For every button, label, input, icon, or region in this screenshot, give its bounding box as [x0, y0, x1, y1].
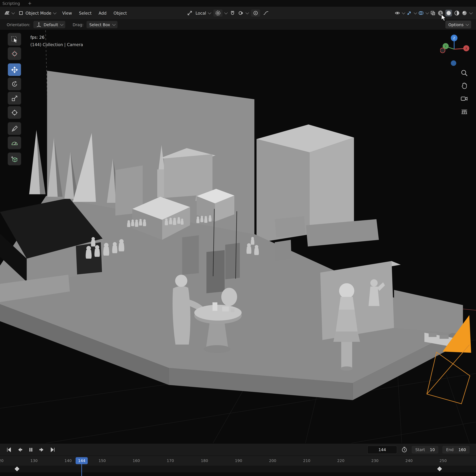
gizmo-y-label[interactable]: Y — [445, 45, 446, 48]
cursor-tool[interactable] — [8, 47, 21, 60]
gizmo-x-label[interactable]: X — [465, 47, 467, 50]
chevron-down-icon — [402, 11, 405, 14]
previous-keyframe-button[interactable] — [15, 446, 24, 454]
tick-190: 190 — [235, 459, 242, 463]
pan-hand-icon[interactable] — [460, 82, 468, 89]
end-label: End — [446, 447, 454, 452]
chevron-down-icon — [414, 11, 417, 14]
options-button[interactable]: Options — [445, 21, 471, 29]
current-frame-field[interactable]: 144 — [367, 445, 397, 454]
orientation-axes-icon — [36, 22, 42, 27]
end-frame-field[interactable]: End 160 — [442, 446, 470, 453]
measure-tool[interactable] — [8, 136, 21, 149]
jump-to-start-button[interactable] — [4, 446, 13, 454]
gizmo-z-label[interactable]: Z — [453, 36, 455, 40]
rotate-tool[interactable] — [8, 77, 21, 90]
curve-falloff-icon[interactable] — [263, 10, 269, 16]
gizmo-icon — [407, 10, 412, 16]
viewport-3d[interactable]: fps: 26 (144) Collection | Camera Z Y X — [0, 30, 476, 443]
snap-target-dropdown[interactable] — [213, 9, 227, 17]
timeline-editor: 144 Start 10 End 160 144 120130140150160… — [0, 443, 476, 476]
active-object-label: (144) Collection | Camera — [30, 41, 83, 48]
menu-add[interactable]: Add — [98, 11, 107, 16]
current-frame-badge[interactable]: 144 — [76, 457, 88, 464]
transform-orientation-dropdown[interactable]: Local — [195, 11, 210, 16]
shading-material-icon[interactable] — [454, 10, 460, 16]
jump-to-end-button[interactable] — [48, 446, 57, 454]
shading-rendered-icon[interactable] — [462, 10, 467, 16]
viewport-canvas[interactable] — [0, 30, 476, 443]
select-box-tool[interactable] — [8, 33, 21, 46]
camera-view-icon[interactable] — [460, 95, 468, 102]
overlays-icon — [418, 10, 424, 16]
timeline-footer — [0, 472, 476, 476]
xray-toggle-icon[interactable] — [430, 10, 436, 16]
tool-settings-bar: Orientation: Default Drag: Select Box Op… — [0, 19, 476, 30]
transform-tool[interactable] — [8, 106, 21, 119]
playhead-line[interactable] — [82, 464, 82, 476]
proportional-editing-dropdown[interactable] — [238, 10, 248, 16]
zoom-icon[interactable] — [460, 69, 468, 77]
viewport-stats: fps: 26 (144) Collection | Camera — [30, 34, 83, 48]
chevron-down-icon — [11, 11, 15, 14]
chevron-down-icon — [224, 11, 228, 14]
navigation-gizmo[interactable]: Z Y X — [440, 33, 469, 67]
end-value: 160 — [459, 447, 466, 452]
timeline-controls: 144 Start 10 End 160 — [0, 443, 476, 456]
orientation-dropdown[interactable]: Default — [33, 21, 65, 28]
keyframe-diamond[interactable] — [437, 466, 442, 471]
keyframe-diamond[interactable] — [15, 466, 19, 471]
annotate-tool[interactable] — [8, 122, 21, 135]
add-workspace-button[interactable]: + — [28, 1, 32, 6]
tick-180: 180 — [201, 459, 208, 463]
chevron-down-icon — [246, 11, 249, 14]
menu-select[interactable]: Select — [78, 11, 92, 16]
object-mode-icon — [18, 10, 24, 16]
toggle-perspective-icon[interactable] — [460, 107, 468, 115]
snap-magnet-icon[interactable] — [230, 10, 235, 16]
tick-250: 250 — [440, 459, 447, 463]
blender-window: Scripting + Object Mode ViewSelectAddObj… — [0, 0, 476, 476]
tick-140: 140 — [65, 459, 72, 463]
pause-button[interactable] — [26, 446, 35, 454]
timeline-ruler[interactable]: 144 120130140150160170180190200210220230… — [0, 456, 476, 466]
start-label: Start — [415, 447, 425, 452]
chevron-down-icon — [53, 11, 56, 14]
tick-230: 230 — [371, 459, 378, 463]
gizmos-toggle[interactable] — [407, 10, 416, 16]
snap-target-icon — [215, 10, 221, 16]
proportional-editing-icon — [238, 10, 244, 16]
drag-label: Drag: — [73, 22, 84, 27]
menu-view[interactable]: View — [62, 11, 72, 16]
editor-type-selector[interactable] — [4, 10, 14, 16]
mode-selector[interactable]: Object Mode — [18, 10, 55, 16]
tick-240: 240 — [405, 459, 412, 463]
header-menus: ViewSelectAddObject — [62, 11, 127, 16]
pivot-point-icon[interactable] — [187, 10, 192, 16]
add-cube-tool[interactable] — [8, 152, 21, 165]
visibility-dropdown[interactable] — [395, 10, 404, 16]
viewport-side-controls — [460, 69, 468, 115]
clock-icon — [401, 446, 408, 453]
tick-210: 210 — [303, 459, 310, 463]
tick-200: 200 — [269, 459, 276, 463]
move-tool[interactable] — [8, 63, 21, 76]
tick-150: 150 — [99, 459, 106, 463]
falloff-icon[interactable] — [253, 10, 258, 16]
keyframe-strip[interactable] — [0, 466, 476, 472]
chevron-down-icon — [425, 11, 429, 14]
editor-type-icon — [4, 10, 10, 16]
orientation-value: Default — [44, 22, 58, 27]
overlays-toggle[interactable] — [418, 10, 428, 16]
scale-tool[interactable] — [8, 92, 21, 105]
drag-dropdown[interactable]: Select Box — [87, 21, 117, 28]
mode-selector-label: Object Mode — [26, 11, 51, 16]
start-frame-field[interactable]: Start 10 — [412, 446, 439, 453]
workspace-tab-scripting[interactable]: Scripting — [2, 1, 20, 6]
orientation-label: Orientation: — [7, 22, 30, 27]
chevron-down-icon — [469, 11, 473, 14]
menu-object[interactable]: Object — [113, 11, 127, 16]
tick-160: 160 — [133, 459, 140, 463]
start-value: 10 — [430, 447, 435, 452]
next-keyframe-button[interactable] — [37, 446, 46, 454]
